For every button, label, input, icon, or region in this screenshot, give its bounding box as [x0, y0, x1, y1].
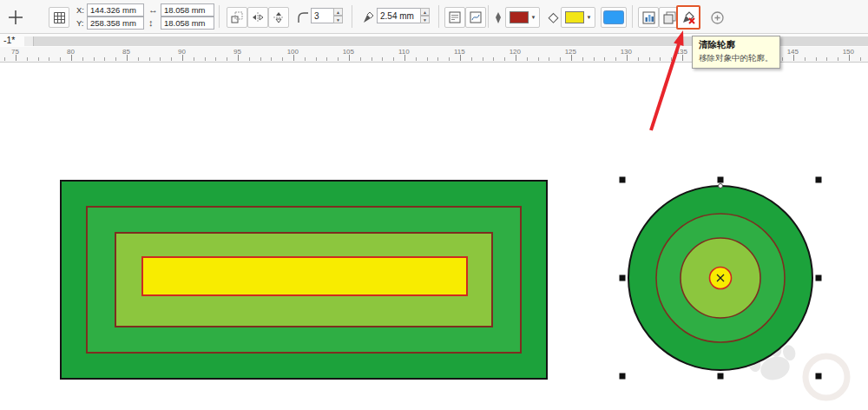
ruler-label: 110 [398, 48, 410, 56]
rectangle-object[interactable] [61, 181, 547, 379]
ruler-tick [338, 57, 339, 61]
ruler-label: 130 [621, 48, 632, 56]
ruler-tick [115, 57, 116, 61]
outline-width-icon [358, 7, 378, 28]
top-node-marker[interactable] [719, 184, 723, 188]
ruler-tick [649, 57, 650, 61]
ruler-tick [483, 57, 483, 61]
selection-handles[interactable] [620, 177, 822, 380]
ruler-tick [293, 55, 294, 61]
ruler-tick [104, 57, 105, 61]
ruler-tick [460, 55, 461, 61]
tooltip-title: 清除轮廓 [699, 39, 773, 51]
handle-bottom-right[interactable] [816, 374, 822, 380]
x-position-field[interactable] [87, 3, 144, 17]
handle-top-right[interactable] [816, 177, 822, 183]
separator [219, 5, 220, 28]
object-center-mark [717, 274, 724, 281]
fill-color-dropdown[interactable]: ▼ [561, 7, 595, 28]
ruler-tick [471, 57, 472, 61]
rect-ring-center[interactable] [142, 257, 467, 295]
chevron-down-icon: ▼ [531, 15, 536, 20]
outline-width-spinner[interactable]: ▲ ▼ [420, 8, 430, 23]
ruler-tick [527, 57, 528, 61]
ruler-tick [82, 57, 83, 61]
ruler-tick [160, 57, 161, 61]
handle-bottom-left[interactable] [620, 374, 626, 380]
watermark-paw-icon [744, 336, 847, 398]
ruler-label: 120 [510, 48, 521, 56]
rect-ring-outer[interactable] [61, 181, 547, 379]
ruler-tick [571, 55, 572, 61]
handle-middle-left[interactable] [620, 275, 626, 281]
ruler-label: 125 [565, 48, 576, 56]
crosshair-plus-icon[interactable] [5, 7, 26, 28]
handle-top-center[interactable] [718, 177, 724, 183]
scale-button[interactable] [227, 7, 247, 28]
ruler-tick [182, 55, 183, 61]
blue-color-swatch[interactable] [601, 7, 627, 28]
outline-width-field[interactable] [377, 8, 424, 23]
ruler-tick [60, 57, 61, 61]
circle-ring-center[interactable] [710, 268, 732, 289]
document-tab[interactable]: -1* [3, 35, 15, 45]
circle-ring-3[interactable] [681, 238, 760, 318]
ruler-tick [538, 57, 539, 61]
circle-object[interactable] [628, 184, 812, 371]
tab-scroll-button[interactable] [24, 36, 34, 46]
ruler-tick [4, 57, 5, 61]
ruler-tick [271, 57, 272, 61]
ruler-tick [549, 57, 549, 61]
outline-color-dropdown[interactable]: ▼ [505, 7, 540, 28]
ruler-tick [360, 57, 361, 61]
ruler-tick [382, 57, 383, 61]
corner-radius-spinner[interactable]: ▲ ▼ [333, 8, 343, 23]
circle-ring-2[interactable] [656, 214, 785, 342]
ruler-label: 115 [454, 48, 465, 56]
spinner-down-icon[interactable]: ▼ [333, 16, 343, 23]
y-position-field[interactable] [87, 17, 144, 30]
ruler-tick [372, 57, 372, 61]
handle-top-left[interactable] [620, 177, 626, 183]
mirror-horizontal-button[interactable] [247, 7, 268, 28]
grid-icon[interactable] [49, 7, 69, 28]
object-width-icon: ↔ [148, 4, 158, 16]
ruler-label: 80 [67, 48, 75, 56]
ruler-tick [16, 55, 16, 61]
ruler-tick [49, 57, 49, 61]
ruler-tick [782, 57, 783, 61]
ruler-tick [305, 57, 306, 61]
ruler-label: 145 [787, 48, 799, 56]
ruler-tick [627, 55, 628, 61]
object-properties-button[interactable] [638, 7, 659, 28]
handle-middle-right[interactable] [816, 275, 822, 281]
tooltip-body: 移除对象中的轮廓。 [699, 53, 773, 64]
spinner-up-icon[interactable]: ▲ [420, 8, 430, 16]
ruler-tick [838, 57, 838, 61]
ruler-tick [594, 57, 595, 61]
spinner-down-icon[interactable]: ▼ [420, 16, 430, 23]
ruler-tick [504, 57, 505, 61]
rect-ring-2[interactable] [87, 207, 521, 353]
convert-to-curves-button[interactable] [465, 7, 486, 28]
chevron-down-icon: ▼ [587, 15, 592, 20]
circle-ring-outer[interactable] [628, 186, 812, 370]
ruler-label: 150 [843, 48, 854, 56]
quick-customize-button[interactable] [707, 7, 727, 28]
ruler-tick [427, 57, 428, 61]
spinner-up-icon[interactable]: ▲ [333, 8, 343, 16]
ruler-label: 85 [122, 48, 130, 56]
ruler-tick [671, 57, 672, 61]
object-height-icon: ↕ [148, 17, 154, 29]
object-width-field[interactable] [161, 3, 214, 17]
object-height-field[interactable] [161, 17, 214, 30]
ruler-tick [215, 57, 216, 61]
rect-ring-3[interactable] [115, 233, 492, 327]
ruler-tick [449, 57, 450, 61]
handle-bottom-center[interactable] [718, 374, 724, 380]
clear-outline-button[interactable] [676, 5, 700, 30]
mirror-vertical-button[interactable] [268, 7, 289, 28]
ruler-label: 90 [178, 48, 186, 56]
wrap-text-button[interactable] [444, 7, 465, 28]
ruler-tick [660, 57, 661, 61]
